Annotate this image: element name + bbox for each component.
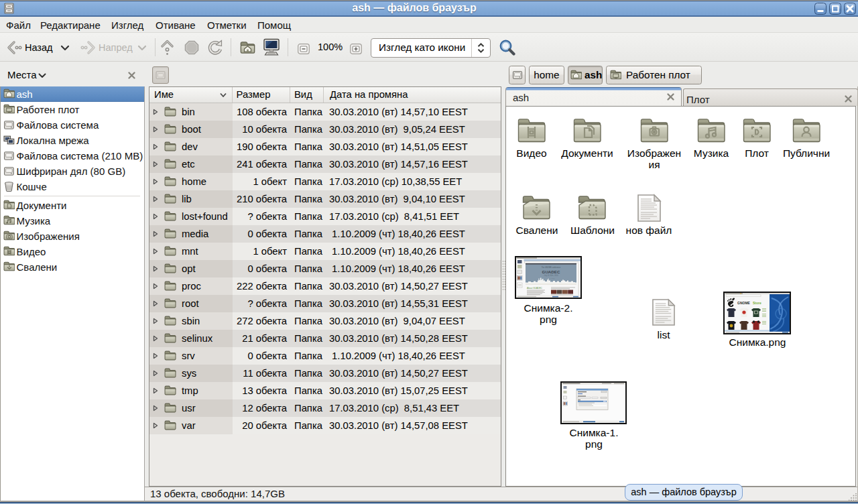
svg-text:GNOME: GNOME — [737, 301, 751, 305]
svg-text:July 24-30th, 2010: July 24-30th, 2010 — [544, 274, 558, 277]
svg-text:About GUADEC: About GUADEC — [527, 287, 543, 290]
svg-text:GUADEC: GUADEC — [542, 269, 560, 274]
svg-text:Store: Store — [753, 301, 761, 305]
